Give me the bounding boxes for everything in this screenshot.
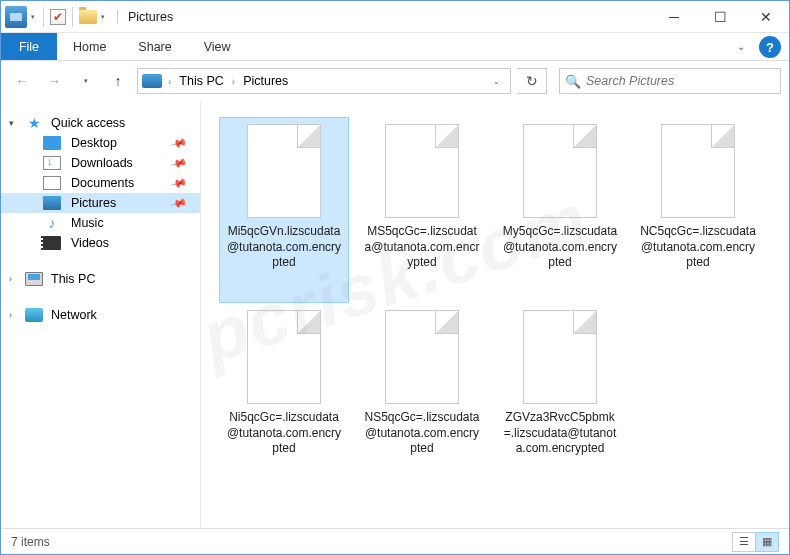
vid-icon <box>43 236 61 250</box>
sidebar-item-label: Documents <box>71 176 134 190</box>
file-thumbnail-icon <box>523 310 597 404</box>
expand-icon[interactable]: ▾ <box>9 118 17 128</box>
file-thumbnail-icon <box>661 124 735 218</box>
star-icon: ★ <box>25 116 43 130</box>
back-button[interactable]: ← <box>9 68 35 94</box>
file-item[interactable]: ZGVza3RvcC5pbmk=.lizscudata@tutanota.com… <box>495 303 625 489</box>
quick-access-toolbar: ▾ ✔ ▾ <box>1 6 111 28</box>
minimize-button[interactable]: ─ <box>651 1 697 32</box>
search-box[interactable]: 🔍 <box>559 68 781 94</box>
desk-icon <box>43 136 61 150</box>
sidebar-item-videos[interactable]: Videos <box>1 233 200 253</box>
ribbon: File Home Share View ⌄ ? <box>1 33 789 61</box>
pin-icon: 📌 <box>170 154 189 172</box>
sidebar-item-label: Pictures <box>71 196 116 210</box>
file-thumbnail-icon <box>247 124 321 218</box>
address-dropdown-icon[interactable]: ⌄ <box>487 77 506 86</box>
window-title: Pictures <box>117 10 173 24</box>
explorer-body: ▾ ★ Quick access Desktop📌Downloads📌Docum… <box>1 101 789 528</box>
sidebar-item-label: Quick access <box>51 116 125 130</box>
sidebar-item-music[interactable]: ♪Music <box>1 213 200 233</box>
tab-home[interactable]: Home <box>57 33 122 60</box>
sidebar-item-label: Music <box>71 216 104 230</box>
file-thumbnail-icon <box>247 310 321 404</box>
tab-share[interactable]: Share <box>122 33 187 60</box>
sidebar-item-documents[interactable]: Documents📌 <box>1 173 200 193</box>
file-thumbnail-icon <box>385 310 459 404</box>
ribbon-expand-icon[interactable]: ⌄ <box>727 33 755 60</box>
details-view-button[interactable]: ☰ <box>732 532 756 552</box>
file-name: ZGVza3RvcC5pbmk=.lizscudata@tutanota.com… <box>502 410 618 457</box>
file-thumbnail-icon <box>523 124 597 218</box>
status-bar: 7 items ☰ ▦ <box>1 528 789 554</box>
file-name: NC5qcGc=.lizscudata@tutanota.com.encrypt… <box>640 224 756 271</box>
qat-separator <box>72 7 73 27</box>
help-button[interactable]: ? <box>759 36 781 58</box>
sidebar-item-pictures[interactable]: Pictures📌 <box>1 193 200 213</box>
pin-icon: 📌 <box>170 134 189 152</box>
address-bar[interactable]: › This PC › Pictures ⌄ <box>137 68 511 94</box>
file-name: Ni5qcGc=.lizscudata@tutanota.com.encrypt… <box>226 410 342 457</box>
tab-view[interactable]: View <box>188 33 247 60</box>
breadcrumb-this-pc[interactable]: This PC <box>175 74 227 88</box>
file-item[interactable]: NC5qcGc=.lizscudata@tutanota.com.encrypt… <box>633 117 763 303</box>
maximize-button[interactable]: ☐ <box>697 1 743 32</box>
sidebar-item-label: Downloads <box>71 156 133 170</box>
search-icon: 🔍 <box>560 74 586 89</box>
qat-separator <box>43 7 44 27</box>
item-count: 7 items <box>11 535 50 549</box>
sidebar-item-downloads[interactable]: Downloads📌 <box>1 153 200 173</box>
file-item[interactable]: My5qcGc=.lizscudata@tutanota.com.encrypt… <box>495 117 625 303</box>
file-item[interactable]: Mi5qcGVn.lizscudata@tutanota.com.encrypt… <box>219 117 349 303</box>
file-name: My5qcGc=.lizscudata@tutanota.com.encrypt… <box>502 224 618 271</box>
file-name: NS5qcGc=.lizscudata@tutanota.com.encrypt… <box>364 410 480 457</box>
file-item[interactable]: Ni5qcGc=.lizscudata@tutanota.com.encrypt… <box>219 303 349 489</box>
recent-locations-icon[interactable]: ▾ <box>73 68 99 94</box>
navigation-bar: ← → ▾ ↑ › This PC › Pictures ⌄ ↻ 🔍 <box>1 61 789 101</box>
app-menu-dropdown-icon[interactable]: ▾ <box>31 13 35 21</box>
up-button[interactable]: ↑ <box>105 68 131 94</box>
sidebar-item-label: Network <box>51 308 97 322</box>
app-icon[interactable] <box>5 6 27 28</box>
properties-qat-button[interactable]: ✔ <box>50 9 66 25</box>
title-bar: ▾ ✔ ▾ Pictures ─ ☐ ✕ <box>1 1 789 33</box>
doc-icon <box>43 176 61 190</box>
pic-icon <box>43 196 61 210</box>
close-button[interactable]: ✕ <box>743 1 789 32</box>
forward-button[interactable]: → <box>41 68 67 94</box>
breadcrumb-chevron-icon[interactable]: › <box>166 76 173 87</box>
pin-icon: 📌 <box>170 194 189 212</box>
breadcrumb-pictures[interactable]: Pictures <box>239 74 292 88</box>
file-thumbnail-icon <box>385 124 459 218</box>
window-controls: ─ ☐ ✕ <box>651 1 789 32</box>
search-input[interactable] <box>586 74 780 88</box>
expand-icon[interactable]: › <box>9 274 17 284</box>
file-item[interactable]: NS5qcGc=.lizscudata@tutanota.com.encrypt… <box>357 303 487 489</box>
refresh-button[interactable]: ↻ <box>517 68 547 94</box>
expand-icon[interactable]: › <box>9 310 17 320</box>
network-icon <box>25 308 43 322</box>
breadcrumb-chevron-icon[interactable]: › <box>230 76 237 87</box>
sidebar-network[interactable]: › Network <box>1 305 200 325</box>
sidebar-item-label: Desktop <box>71 136 117 150</box>
sidebar-item-label: Videos <box>71 236 109 250</box>
pc-icon <box>25 272 43 286</box>
file-item[interactable]: MS5qcGc=.lizscudata@tutanota.com.encrypt… <box>357 117 487 303</box>
down-icon <box>43 156 61 170</box>
navigation-pane: ▾ ★ Quick access Desktop📌Downloads📌Docum… <box>1 101 201 528</box>
sidebar-item-label: This PC <box>51 272 95 286</box>
file-grid[interactable]: Mi5qcGVn.lizscudata@tutanota.com.encrypt… <box>201 101 789 528</box>
sidebar-item-desktop[interactable]: Desktop📌 <box>1 133 200 153</box>
new-folder-qat-button[interactable] <box>79 10 97 24</box>
mus-icon: ♪ <box>43 216 61 230</box>
location-icon <box>142 74 162 88</box>
pin-icon: 📌 <box>170 174 189 192</box>
file-name: MS5qcGc=.lizscudata@tutanota.com.encrypt… <box>364 224 480 271</box>
sidebar-quick-access[interactable]: ▾ ★ Quick access <box>1 113 200 133</box>
qat-customize-icon[interactable]: ▾ <box>101 13 105 21</box>
thumbnails-view-button[interactable]: ▦ <box>755 532 779 552</box>
sidebar-this-pc[interactable]: › This PC <box>1 269 200 289</box>
file-name: Mi5qcGVn.lizscudata@tutanota.com.encrypt… <box>226 224 342 271</box>
file-tab[interactable]: File <box>1 33 57 60</box>
